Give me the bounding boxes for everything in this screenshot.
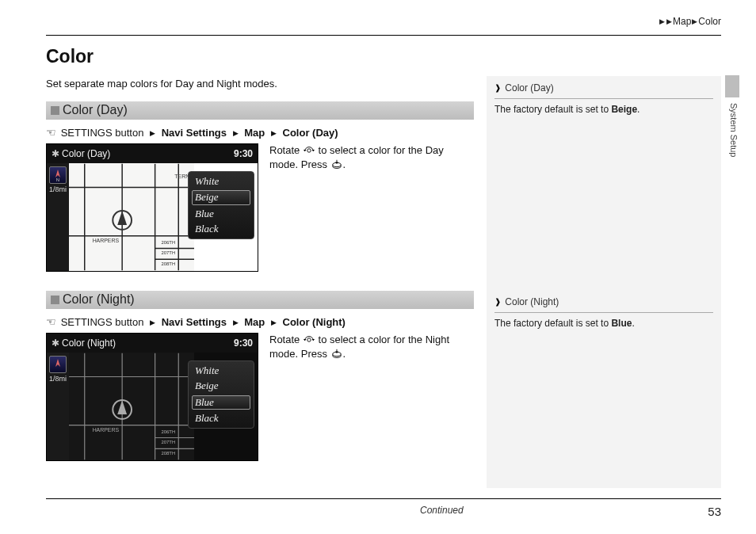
compass-icon: [49, 356, 67, 373]
header-breadcrumb: MapColor: [659, 16, 721, 27]
path-color-night: Color (Night): [283, 316, 346, 328]
note-marker-icon: ❱: [494, 83, 501, 92]
sidebar-note-night: ❱ Color (Night) The factory default is s…: [487, 290, 721, 488]
page-title: Color: [46, 46, 94, 67]
section-label: System Setup: [729, 103, 739, 157]
note-bold-night: Blue: [611, 318, 632, 329]
map-area-day: HARPERS 206TH 207TH 208TH TERN: [69, 163, 194, 271]
svg-marker-33: [117, 400, 127, 414]
svg-marker-17: [304, 150, 307, 151]
shot-title-night: Color (Night): [62, 338, 116, 349]
shot-title-day: Color (Day): [62, 148, 110, 159]
svg-text:207TH: 207TH: [162, 440, 176, 444]
section-tab: [725, 75, 739, 97]
svg-text:208TH: 208TH: [162, 451, 176, 456]
svg-text:HARPERS: HARPERS: [93, 427, 120, 433]
intro-text: Set separate map colors for Day and Nigh…: [46, 78, 277, 90]
opt-black: Black: [192, 412, 250, 425]
shot-clock-night: 9:30: [234, 338, 253, 349]
shot-scale-day: 1/8mi: [47, 185, 69, 193]
color-menu-night: White Beige Blue Black: [188, 360, 254, 429]
svg-text:207TH: 207TH: [162, 250, 176, 255]
path-prefix: SETTINGS button: [61, 127, 144, 139]
subheading-night: Color (Night): [46, 291, 474, 309]
svg-marker-39: [304, 339, 307, 341]
path-map: Map: [244, 127, 265, 139]
svg-marker-40: [311, 339, 315, 341]
svg-marker-23: [55, 359, 60, 367]
path-color-day: Color (Day): [283, 127, 338, 139]
road-harpers: HARPERS: [93, 238, 120, 243]
svg-marker-11: [117, 211, 127, 225]
instructions-night: Rotate to select a color for the Night m…: [269, 333, 460, 361]
svg-text:206TH: 206TH: [162, 240, 176, 245]
shot-scale-night: 1/8mi: [47, 375, 69, 383]
subheading-day: Color (Day): [46, 101, 474, 120]
shot-clock-day: 9:30: [234, 148, 253, 159]
opt-beige-selected: Beige: [192, 190, 250, 204]
svg-point-16: [307, 149, 311, 152]
breadcrumb-color: Color: [698, 16, 721, 27]
breadcrumb-map: Map: [673, 16, 691, 27]
opt-black: Black: [192, 223, 250, 235]
section-color-night: Color (Night) ☜ SETTINGS button Navi Set…: [46, 291, 474, 461]
compass-icon: N: [49, 166, 67, 184]
opt-beige: Beige: [192, 380, 250, 392]
path-prefix: SETTINGS button: [61, 316, 144, 328]
map-area-night: HARPERS 206TH 207TH 208TH: [69, 353, 194, 460]
continued-label: Continued: [420, 505, 464, 516]
press-button-icon: [330, 158, 343, 170]
svg-point-38: [307, 338, 311, 341]
nav-path-night: ☜ SETTINGS button Navi Settings Map Colo…: [46, 315, 474, 328]
opt-blue-selected: Blue: [192, 395, 250, 410]
note-bold-day: Beige: [611, 104, 637, 115]
color-menu-day: White Beige Blue Black: [188, 171, 254, 239]
svg-marker-0: [55, 170, 60, 177]
instructions-day: Rotate to select a color for the Day mod…: [269, 143, 460, 172]
path-navi: Navi Settings: [162, 127, 227, 139]
subheading-night-text: Color (Night): [63, 292, 135, 306]
footer-rule: [46, 498, 721, 499]
note-title-night: Color (Night): [505, 296, 559, 307]
sidebar-note-day: ❱ Color (Day) The factory default is set…: [487, 76, 721, 290]
screenshot-day: ✱Color (Day) 9:30 N 1/8mi: [46, 143, 258, 272]
rotate-dial-icon: [303, 334, 315, 345]
path-map: Map: [244, 316, 265, 328]
svg-marker-18: [311, 150, 315, 151]
note-marker-icon: ❱: [494, 297, 501, 306]
screenshot-night: ✱Color (Night) 9:30 1/8mi: [46, 333, 258, 461]
rotate-dial-icon: [303, 144, 315, 155]
header-rule: [46, 35, 721, 36]
note-title-day: Color (Day): [505, 82, 553, 93]
page-number: 53: [708, 505, 721, 518]
settings-button-icon: ☜: [46, 315, 56, 328]
opt-white: White: [192, 364, 250, 377]
opt-blue: Blue: [192, 208, 250, 220]
press-button-icon: [330, 348, 343, 359]
gear-icon: ✱: [52, 338, 59, 349]
svg-text:208TH: 208TH: [162, 261, 176, 266]
opt-white: White: [192, 175, 250, 188]
path-navi: Navi Settings: [162, 316, 227, 328]
settings-button-icon: ☜: [46, 126, 56, 139]
gear-icon: ✱: [52, 148, 59, 159]
nav-path-day: ☜ SETTINGS button Navi Settings Map Colo…: [46, 126, 474, 139]
svg-text:206TH: 206TH: [162, 429, 176, 434]
svg-text:N: N: [56, 177, 59, 182]
subheading-day-text: Color (Day): [63, 103, 128, 116]
section-color-day: Color (Day) ☜ SETTINGS button Navi Setti…: [46, 101, 474, 272]
